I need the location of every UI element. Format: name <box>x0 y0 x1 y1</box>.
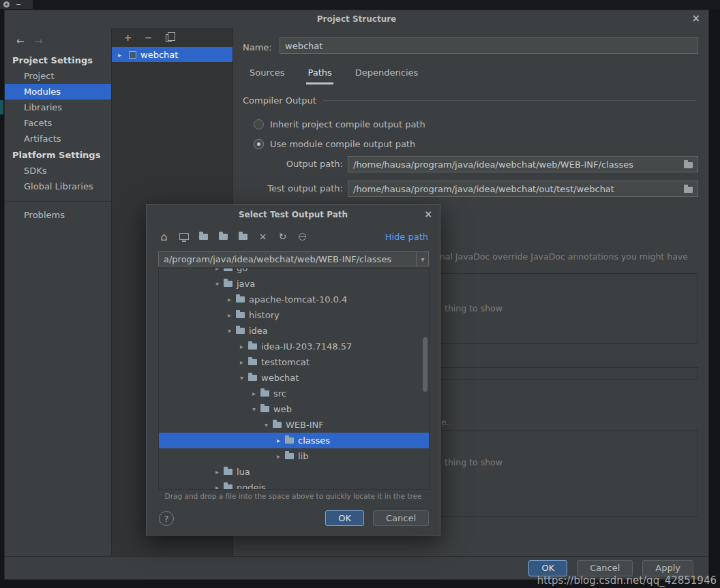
output-path-label: Output path: <box>239 159 343 169</box>
folder-icon <box>236 312 245 318</box>
close-icon[interactable]: × <box>691 13 700 24</box>
section-divider <box>323 100 696 101</box>
delete-icon[interactable]: × <box>257 231 269 243</box>
tab-paths[interactable]: Paths <box>306 64 333 84</box>
hide-path-link[interactable]: Hide path <box>385 232 428 242</box>
chevron-right-icon[interactable]: ▸ <box>118 51 125 59</box>
folder-icon <box>285 437 294 444</box>
folder-icon <box>224 469 232 475</box>
locate-folder-icon[interactable] <box>217 231 229 243</box>
sidebar-group-header: Project Settings <box>5 52 111 68</box>
help-button[interactable]: ? <box>159 511 174 526</box>
tree-row[interactable]: ▸idea-IU-203.7148.57 <box>159 339 429 354</box>
browse-test-folder-icon[interactable] <box>684 187 693 193</box>
chevron-right-icon[interactable]: ▸ <box>250 390 258 397</box>
chevron-right-icon[interactable]: ▸ <box>237 358 246 366</box>
chevron-right-icon[interactable]: ▸ <box>213 268 222 272</box>
dropdown-icon[interactable]: ▾ <box>416 251 429 266</box>
refresh-icon[interactable]: ↻ <box>277 231 288 243</box>
dialog-cancel-button[interactable]: Cancel <box>373 510 429 526</box>
copy-icon[interactable] <box>163 32 175 44</box>
tree-row[interactable]: ▸history <box>159 307 429 323</box>
minimize-icon[interactable]: − <box>16 1 21 8</box>
tab-dependencies[interactable]: Dependencies <box>354 64 420 84</box>
tree-row[interactable]: ▸nodejs <box>159 480 429 490</box>
chevron-right-icon[interactable]: ▸ <box>225 296 234 303</box>
remove-icon[interactable]: − <box>142 32 154 44</box>
radio-module-row[interactable]: Use module compile output path <box>254 138 415 150</box>
scrollbar-thumb[interactable] <box>423 337 427 392</box>
sidebar-item-project[interactable]: Project <box>5 68 111 84</box>
cancel-button[interactable]: Cancel <box>577 560 633 576</box>
folder-icon <box>248 375 257 381</box>
desktop-top-strip: − <box>0 0 720 9</box>
home-icon[interactable]: ⌂ <box>158 231 170 243</box>
radio-inherit-icon[interactable] <box>254 119 264 129</box>
chevron-right-icon[interactable]: ▸ <box>237 343 246 350</box>
tab-sources[interactable]: Sources <box>248 64 286 84</box>
sidebar-item-facets[interactable]: Facets <box>5 115 111 131</box>
tree-item-label: testtomcat <box>261 357 310 367</box>
sidebar-item-modules[interactable]: Modules <box>5 84 111 99</box>
tree-scrollbar[interactable] <box>422 269 428 489</box>
back-icon[interactable]: ← <box>16 35 25 46</box>
test-output-path-label: Test output path: <box>239 183 343 194</box>
sidebar-group-header: Platform Settings <box>5 146 111 163</box>
desktop-icon[interactable] <box>178 231 190 243</box>
chevron-right-icon[interactable]: ▸ <box>225 311 234 319</box>
gear-icon[interactable] <box>3 1 10 7</box>
chevron-right-icon[interactable]: ▸ <box>213 468 222 476</box>
tree-row[interactable]: ▸lua <box>159 464 429 480</box>
dialog-ok-button[interactable]: OK <box>325 510 364 526</box>
project-folder-icon[interactable] <box>237 231 249 243</box>
tree-row[interactable]: ▸go <box>159 268 429 276</box>
nav-arrows: ← → <box>5 28 111 52</box>
chevron-down-icon[interactable]: ▾ <box>225 327 234 335</box>
folder-icon <box>248 343 257 350</box>
sidebar-item-global-libraries[interactable]: Global Libraries <box>5 179 111 194</box>
tree-item-label: history <box>249 310 280 320</box>
sidebar-item-problems[interactable]: Problems <box>5 207 111 223</box>
add-icon[interactable]: + <box>122 32 134 44</box>
tree-row[interactable]: ▸lib <box>159 448 429 464</box>
new-folder-icon[interactable] <box>198 231 209 243</box>
sidebar-item-artifacts[interactable]: Artifacts <box>5 131 111 146</box>
show-hidden-icon[interactable] <box>297 231 308 243</box>
ok-button[interactable]: OK <box>528 560 567 576</box>
chevron-down-icon[interactable]: ▾ <box>262 421 271 429</box>
chevron-right-icon[interactable]: ▸ <box>274 452 283 460</box>
modules-toolbar: + − <box>112 28 232 47</box>
path-input[interactable] <box>158 251 429 266</box>
tree-item-label: lib <box>298 451 308 461</box>
tree-row[interactable]: ▸src <box>159 386 429 401</box>
tree-row[interactable]: ▸apache-tomcat-10.0.4 <box>159 292 429 307</box>
module-item-webchat[interactable]: ▸ webchat <box>112 47 232 62</box>
radio-module-icon[interactable] <box>254 139 264 149</box>
tree-row[interactable]: ▾web <box>159 401 429 417</box>
folder-icon <box>285 453 294 459</box>
sidebar-list: Project SettingsProjectModulesLibrariesF… <box>5 52 111 223</box>
test-output-path-input[interactable] <box>348 181 698 197</box>
module-icon <box>129 51 136 59</box>
browse-output-folder-icon[interactable] <box>684 162 693 168</box>
sidebar-item-sdks[interactable]: SDKs <box>5 163 111 179</box>
chevron-down-icon[interactable]: ▾ <box>237 374 246 382</box>
radio-inherit-row[interactable]: Inherit project compile output path <box>254 118 425 130</box>
sidebar-item-libraries[interactable]: Libraries <box>5 99 111 115</box>
output-path-input[interactable] <box>348 156 698 172</box>
chevron-right-icon[interactable]: ▸ <box>213 484 222 490</box>
apply-button[interactable]: Apply <box>642 560 693 576</box>
chevron-down-icon[interactable]: ▾ <box>250 405 258 413</box>
tree-row[interactable]: ▸testtomcat <box>159 354 429 370</box>
dialog-close-icon[interactable]: × <box>424 208 432 219</box>
chevron-right-icon[interactable]: ▸ <box>274 437 283 444</box>
folder-icon <box>260 406 269 412</box>
tree-row[interactable]: ▾java <box>159 276 429 292</box>
tree-row[interactable]: ▾WEB-INF <box>159 417 429 433</box>
chevron-down-icon[interactable]: ▾ <box>213 280 222 288</box>
forward-icon: → <box>35 35 43 46</box>
tree-row[interactable]: ▸classes <box>159 433 429 448</box>
name-input[interactable] <box>280 37 698 54</box>
tree-row[interactable]: ▾idea <box>159 323 429 339</box>
tree-row[interactable]: ▾webchat <box>159 370 429 386</box>
